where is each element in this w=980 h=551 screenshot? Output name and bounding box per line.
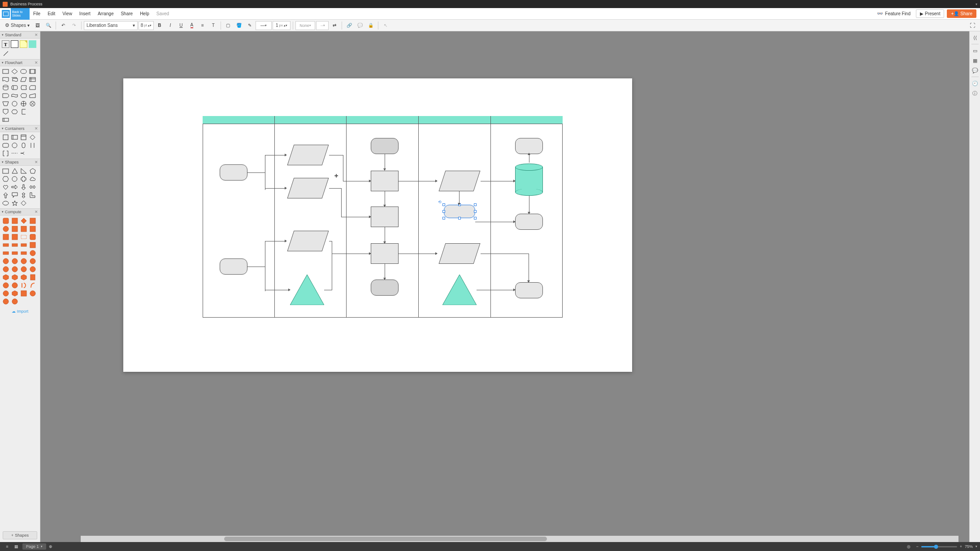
- aws-compute-31[interactable]: [20, 274, 27, 280]
- aws-compute-8[interactable]: [29, 225, 36, 232]
- fc-preparation[interactable]: [11, 108, 18, 115]
- fc-tape[interactable]: [11, 92, 18, 99]
- slides-icon[interactable]: [2, 10, 10, 18]
- panel-shapes-header[interactable]: ▾ Shapes ✕: [0, 159, 40, 166]
- ct-dashline[interactable]: [11, 150, 18, 157]
- aws-compute-12[interactable]: [29, 233, 36, 240]
- aws-compute-34[interactable]: [11, 282, 18, 288]
- line-routing-button[interactable]: ⇄: [330, 21, 339, 30]
- aws-compute-4[interactable]: [29, 217, 36, 224]
- aws-compute-23[interactable]: [20, 258, 27, 264]
- aws-compute-42[interactable]: [11, 298, 18, 305]
- aws-compute-28[interactable]: [29, 266, 36, 272]
- merge-triangle-1[interactable]: [290, 275, 324, 305]
- aws-compute-39[interactable]: [20, 290, 27, 297]
- panel-compute-header[interactable]: ▾ Compute ✕: [0, 208, 40, 215]
- data-4[interactable]: [439, 171, 481, 191]
- fc-delay[interactable]: [2, 92, 9, 99]
- aws-compute-6[interactable]: [11, 225, 18, 232]
- fc-internal[interactable]: [29, 76, 36, 83]
- ct-brackets[interactable]: [2, 150, 9, 157]
- bucket-button[interactable]: 🪣: [234, 21, 244, 30]
- aws-compute-33[interactable]: [2, 282, 9, 288]
- feature-find-button[interactable]: 👓 Feature Find: [874, 11, 913, 17]
- sh-ellipse[interactable]: [2, 200, 9, 207]
- fc-manualop[interactable]: [2, 100, 9, 107]
- aws-compute-26[interactable]: [11, 266, 18, 272]
- sh-rect[interactable]: [2, 168, 9, 174]
- dock-comments-button[interactable]: 💬: [971, 66, 980, 75]
- sh-arrow-u[interactable]: [2, 192, 9, 198]
- dock-history-button[interactable]: 🕘: [971, 79, 980, 88]
- menu-view[interactable]: View: [59, 8, 76, 20]
- sh-circle[interactable]: [11, 176, 18, 182]
- swimlane-header-row[interactable]: [203, 116, 563, 124]
- aws-compute-40[interactable]: [29, 290, 36, 297]
- aws-compute-38[interactable]: [11, 290, 18, 297]
- terminator-5-mid[interactable]: [515, 214, 543, 230]
- font-size-input[interactable]: 8 pt ▴▾: [139, 21, 154, 30]
- sh-L[interactable]: [29, 192, 36, 198]
- note-tool[interactable]: [20, 40, 27, 48]
- search-button[interactable]: 🔍: [43, 21, 53, 30]
- terminator-start-1[interactable]: [220, 164, 247, 181]
- aws-compute-19[interactable]: [20, 250, 27, 256]
- aws-compute-14[interactable]: [11, 241, 18, 248]
- sh-callout[interactable]: [11, 192, 18, 198]
- redo-button[interactable]: ↷: [69, 21, 79, 30]
- sh-hexagon[interactable]: [2, 176, 9, 182]
- aws-compute-30[interactable]: [11, 274, 18, 280]
- sh-diamond[interactable]: [20, 200, 27, 207]
- menu-share[interactable]: Share: [117, 8, 136, 20]
- undo-button[interactable]: ↶: [58, 21, 68, 30]
- text-options-button[interactable]: T: [208, 21, 218, 30]
- border-color-button[interactable]: ✎: [245, 21, 255, 30]
- close-icon[interactable]: ✕: [35, 60, 38, 65]
- fc-or[interactable]: [20, 100, 27, 107]
- sh-cross[interactable]: [20, 176, 27, 182]
- share-button[interactable]: +👤 Share: [947, 9, 976, 18]
- data-2[interactable]: [287, 178, 329, 198]
- add-shape-cursor-icon[interactable]: ✛: [334, 173, 338, 178]
- sh-star[interactable]: [11, 200, 18, 207]
- fc-note[interactable]: [20, 108, 27, 115]
- link-button[interactable]: 🔗: [344, 21, 354, 30]
- fc-connector[interactable]: [11, 100, 18, 107]
- fc-display[interactable]: [20, 92, 27, 99]
- slide-grid-button[interactable]: ▦: [12, 543, 21, 550]
- fc-directdata[interactable]: [11, 84, 18, 91]
- aws-compute-37[interactable]: [2, 290, 9, 297]
- aws-compute-41[interactable]: [2, 298, 9, 305]
- fc-manualinput[interactable]: [29, 92, 36, 99]
- chevron-down-icon[interactable]: ▾: [976, 545, 977, 548]
- sh-pentagon[interactable]: [29, 168, 36, 174]
- aws-compute-2[interactable]: [11, 217, 18, 224]
- menu-edit[interactable]: Edit: [44, 8, 59, 20]
- rotate-handle-icon[interactable]: ⟲: [438, 200, 442, 204]
- terminator-5-bot[interactable]: [515, 282, 543, 298]
- sh-arrow-lr[interactable]: [29, 184, 36, 190]
- aws-compute-16[interactable]: [29, 241, 36, 248]
- fc-process[interactable]: [2, 68, 9, 75]
- page-tab[interactable]: Page 1 ▾: [22, 543, 46, 550]
- close-icon[interactable]: ✕: [35, 210, 38, 214]
- zoom-out-button[interactable]: −: [916, 544, 918, 549]
- lock-button[interactable]: 🔒: [366, 21, 376, 30]
- sh-triangle[interactable]: [11, 168, 18, 174]
- aws-compute-18[interactable]: [11, 250, 18, 256]
- aws-compute-22[interactable]: [11, 258, 18, 264]
- process-3[interactable]: [371, 243, 399, 264]
- dock-info-button[interactable]: ⓘ: [971, 89, 980, 98]
- aws-compute-7[interactable]: [20, 225, 27, 232]
- sh-heart[interactable]: [2, 184, 9, 190]
- add-shapes-button[interactable]: + Shapes: [3, 531, 37, 539]
- swimlane-divider-3[interactable]: [418, 116, 419, 318]
- ct-swimlane-h[interactable]: [11, 134, 18, 141]
- shapes-dropdown[interactable]: ⚙ Shapes ▾: [3, 22, 32, 28]
- line-tool[interactable]: [2, 50, 9, 57]
- ct-swimlane-v[interactable]: [20, 134, 27, 141]
- font-family-select[interactable]: Liberation Sans ▾: [84, 21, 138, 30]
- import-button[interactable]: ☁ Import: [0, 306, 40, 316]
- dock-collapse-button[interactable]: ⟨⟨: [971, 33, 980, 42]
- fc-card[interactable]: [29, 84, 36, 91]
